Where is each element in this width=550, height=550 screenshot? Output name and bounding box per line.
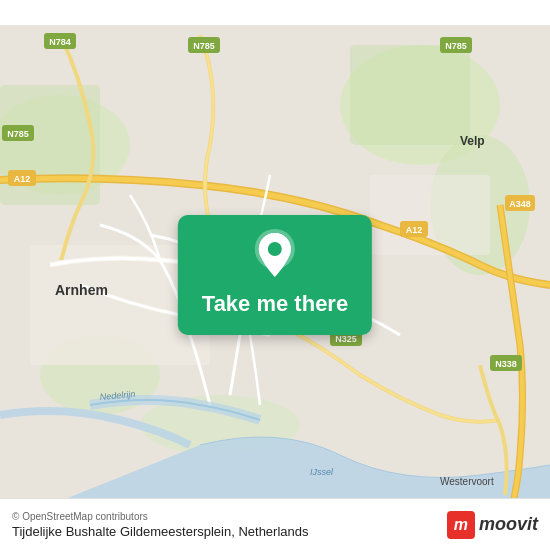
svg-text:IJssel: IJssel	[310, 467, 334, 477]
svg-text:A348: A348	[509, 199, 531, 209]
navigation-card[interactable]: Take me there	[178, 215, 372, 335]
location-info: © OpenStreetMap contributors Tijdelijke …	[12, 511, 447, 539]
svg-text:N785: N785	[445, 41, 467, 51]
svg-point-36	[268, 242, 282, 256]
svg-text:A12: A12	[14, 174, 31, 184]
svg-text:N784: N784	[49, 37, 71, 47]
svg-text:A12: A12	[406, 225, 423, 235]
svg-text:N785: N785	[7, 129, 29, 139]
moovit-logo: m moovit	[447, 511, 538, 539]
svg-text:N325: N325	[335, 334, 357, 344]
moovit-brand-text: moovit	[479, 514, 538, 535]
map-container: A12 A12 N785 N785 N784 N785 A348 N325 N3…	[0, 0, 550, 550]
moovit-m-icon: m	[447, 511, 475, 539]
location-name: Tijdelijke Bushalte Gildemeestersplein, …	[12, 524, 447, 539]
svg-text:Arnhem: Arnhem	[55, 282, 108, 298]
location-pin-icon	[253, 229, 297, 281]
svg-text:Velp: Velp	[460, 134, 485, 148]
svg-rect-3	[350, 45, 470, 145]
svg-text:N338: N338	[495, 359, 517, 369]
copyright-text: © OpenStreetMap contributors	[12, 511, 447, 522]
button-label: Take me there	[202, 291, 348, 317]
take-me-there-button[interactable]: Take me there	[178, 215, 372, 335]
bottom-bar: © OpenStreetMap contributors Tijdelijke …	[0, 498, 550, 550]
svg-text:Westervoort: Westervoort	[440, 476, 494, 487]
svg-text:N785: N785	[193, 41, 215, 51]
